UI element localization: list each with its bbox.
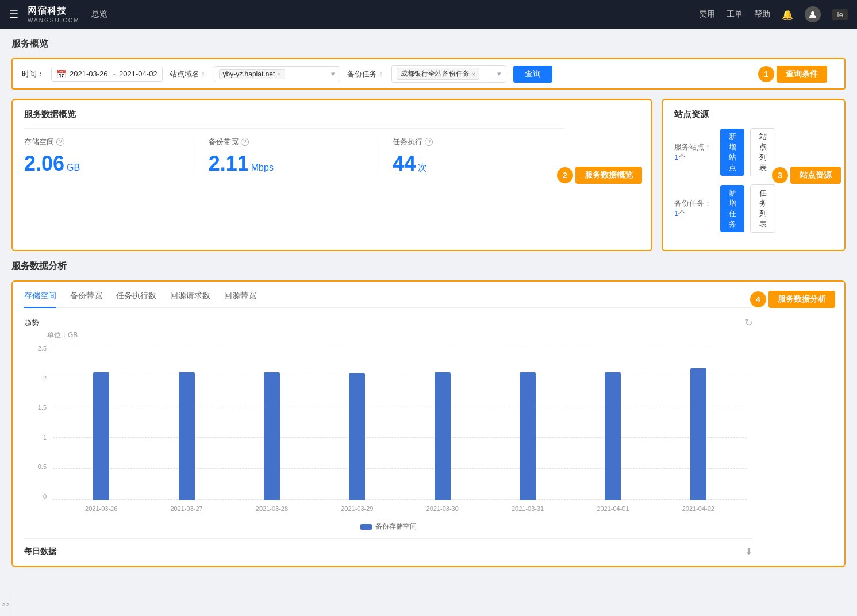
add-site-button[interactable]: 新增站点	[720, 129, 744, 176]
daily-label: 每日数据	[24, 546, 56, 557]
main-row: 服务数据概览 存储空间 ? 2.06 GB 备份带宽 ?	[11, 99, 846, 251]
logo-text: 网宿科技	[28, 5, 80, 17]
bar	[605, 372, 621, 500]
task-stat: 任务执行 ? 44 次	[381, 137, 565, 176]
domain-remove-icon[interactable]: ×	[277, 71, 280, 78]
task-help-icon[interactable]: ?	[425, 138, 433, 146]
x-label: 2021-03-27	[144, 505, 229, 512]
backup-value: 成都银行全站备份任务	[401, 69, 470, 79]
bar	[349, 373, 365, 500]
bar-group	[485, 372, 570, 500]
bell-icon[interactable]: 🔔	[782, 9, 793, 20]
overview-card-title: 服务数据概览	[24, 109, 565, 120]
chart-area: 00.511.522.5 2021-03-262021-03-272021-03…	[53, 345, 747, 517]
x-labels: 2021-03-262021-03-272021-03-282021-03-29…	[53, 500, 747, 517]
bar-group	[656, 368, 741, 500]
x-label: 2021-03-31	[485, 505, 570, 512]
x-label: 2021-04-02	[656, 505, 741, 512]
username: Ie	[832, 9, 848, 20]
backup-label: 备份任务：	[347, 69, 385, 79]
resource-card-title: 站点资源	[674, 109, 775, 120]
backup-dropdown-arrow: ▾	[497, 70, 501, 78]
task-list-button[interactable]: 任务列表	[750, 184, 775, 233]
bar	[179, 372, 195, 500]
bandwidth-help-icon[interactable]: ?	[241, 138, 249, 146]
topnav: ☰ 网宿科技 WANGSU.COM 总览 费用 工单 帮助 🔔 Ie	[0, 0, 857, 29]
nav-right: 费用 工单 帮助 🔔 Ie	[699, 6, 848, 22]
refresh-icon[interactable]: ↻	[745, 317, 752, 328]
task-label: 任务执行	[393, 137, 422, 147]
tab-回源请求数[interactable]: 回源请求数	[170, 291, 210, 308]
backup-task-label: 备份任务：1个	[674, 198, 714, 219]
nav-ticket-link[interactable]: 工单	[727, 9, 743, 20]
backup-select[interactable]: 成都银行全站备份任务 × ▾	[391, 65, 506, 83]
menu-icon[interactable]: ☰	[9, 8, 18, 21]
site-row: 服务站点：1个 新增站点 站点列表	[674, 128, 775, 176]
storage-stat: 存储空间 ? 2.06 GB	[24, 137, 197, 176]
avatar[interactable]	[805, 6, 821, 22]
time-label: 时间：	[22, 69, 44, 79]
site-list-button[interactable]: 站点列表	[750, 128, 775, 176]
bar	[264, 372, 280, 500]
overview-card: 服务数据概览 存储空间 ? 2.06 GB 备份带宽 ?	[11, 99, 652, 251]
domain-dropdown-arrow: ▾	[331, 70, 335, 78]
analysis-badge: 4	[750, 291, 766, 307]
tab-回源带宽[interactable]: 回源带宽	[224, 291, 256, 308]
storage-value: 2.06	[24, 152, 64, 176]
analysis-tabs: 存储空间备份带宽任务执行数回源请求数回源带宽	[24, 291, 752, 308]
task-value: 44	[393, 152, 416, 176]
daily-data-row: 每日数据 ⬇	[24, 538, 752, 557]
task-unit: 次	[418, 162, 427, 174]
overview-badge-label: 服务数据概览	[575, 167, 642, 184]
nav-title: 总览	[91, 9, 107, 20]
domain-select[interactable]: yby-yz.haplat.net × ▾	[214, 66, 340, 82]
analysis-title: 服务数据分析	[11, 260, 846, 272]
bandwidth-label: 备份带宽	[209, 137, 239, 147]
filter-bar: 时间： 📅 2021-03-26 ~ 2021-04-02 站点域名： yby-…	[11, 58, 846, 90]
bars-container	[53, 345, 747, 500]
x-label: 2021-04-01	[570, 505, 655, 512]
domain-tag: yby-yz.haplat.net ×	[219, 69, 285, 79]
tab-存储空间[interactable]: 存储空间	[24, 291, 56, 308]
page-title: 服务概览	[11, 38, 846, 50]
y-label: 2.5	[24, 345, 50, 352]
legend-color	[360, 524, 372, 530]
backup-task-row: 备份任务：1个 新增任务 任务列表	[674, 184, 775, 233]
y-axis: 00.511.522.5	[24, 345, 50, 500]
site-label: 服务站点：1个	[674, 142, 714, 163]
storage-help-icon[interactable]: ?	[56, 138, 64, 146]
nav-fee-link[interactable]: 费用	[699, 9, 715, 20]
y-label: 1	[24, 434, 50, 441]
bar-group	[314, 373, 399, 500]
date-input[interactable]: 📅 2021-03-26 ~ 2021-04-02	[51, 67, 163, 82]
chart-header: 趋势 ↻	[24, 317, 752, 328]
download-icon[interactable]: ⬇	[745, 546, 752, 557]
bar	[520, 372, 536, 500]
tab-任务执行数[interactable]: 任务执行数	[116, 291, 156, 308]
x-label: 2021-03-29	[314, 505, 399, 512]
backup-tag: 成都银行全站备份任务 ×	[397, 68, 479, 80]
bandwidth-unit: Mbps	[251, 163, 274, 173]
domain-value: yby-yz.haplat.net	[223, 70, 275, 78]
trend-label: 趋势	[24, 318, 39, 328]
bar-group	[59, 372, 144, 500]
bandwidth-value: 2.11	[209, 152, 249, 176]
chart-unit: 单位：GB	[47, 330, 752, 340]
analysis-card: 存储空间备份带宽任务执行数回源请求数回源带宽 趋势 ↻ 单位：GB 00.511…	[11, 280, 846, 567]
x-label: 2021-03-26	[59, 505, 144, 512]
bar-group	[400, 372, 485, 500]
y-label: 2	[24, 375, 50, 382]
filter-badge: 1	[758, 66, 774, 82]
add-task-button[interactable]: 新增任务	[720, 185, 744, 232]
backup-remove-icon[interactable]: ×	[472, 71, 475, 78]
logo-sub: WANGSU.COM	[28, 17, 80, 24]
nav-help-link[interactable]: 帮助	[754, 9, 770, 20]
logo: 网宿科技 WANGSU.COM	[28, 5, 80, 24]
date-end: 2021-04-02	[119, 70, 157, 78]
analysis-badge-label: 服务数据分析	[768, 291, 835, 308]
query-button[interactable]: 查询	[513, 66, 552, 83]
stats-row: 存储空间 ? 2.06 GB 备份带宽 ? 2.11 Mbps	[24, 128, 565, 176]
tab-备份带宽[interactable]: 备份带宽	[70, 291, 102, 308]
x-label: 2021-03-30	[400, 505, 485, 512]
legend-label: 备份存储空间	[375, 522, 417, 532]
